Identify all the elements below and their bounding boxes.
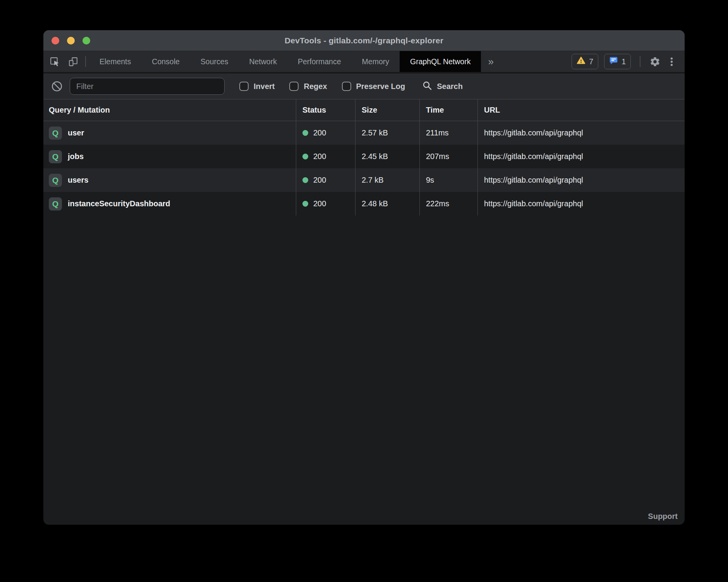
preserve-log-checkbox-group[interactable]: Preserve Log <box>342 82 405 91</box>
query-cell: Q users <box>43 168 296 192</box>
column-header-query[interactable]: Query / Mutation <box>43 99 296 121</box>
invert-checkbox-group[interactable]: Invert <box>239 82 275 91</box>
device-toolbar-icon[interactable] <box>68 56 78 67</box>
query-name: users <box>68 176 88 185</box>
search-icon <box>422 80 432 92</box>
status-ok-dot <box>302 177 308 183</box>
query-type-badge: Q <box>49 174 62 187</box>
status-code: 200 <box>313 152 326 161</box>
tab-console[interactable]: Console <box>141 51 190 72</box>
toolbar-separator <box>85 56 86 67</box>
query-cell: Q user <box>43 121 296 145</box>
status-code: 200 <box>313 199 326 208</box>
message-bubble-icon <box>609 56 618 67</box>
status-code: 200 <box>313 128 326 137</box>
column-header-status[interactable]: Status <box>296 99 355 121</box>
status-cell: 200 <box>296 192 355 216</box>
size-cell: 2.45 kB <box>355 145 419 168</box>
settings-gear-icon[interactable] <box>649 56 661 67</box>
more-tabs-chevron[interactable]: » <box>481 51 500 72</box>
regex-checkbox[interactable] <box>289 82 299 91</box>
time-cell: 9s <box>419 168 477 192</box>
search-button[interactable]: Search <box>422 80 463 92</box>
regex-checkbox-group[interactable]: Regex <box>289 82 327 91</box>
status-ok-dot <box>302 201 308 207</box>
minimize-window-button[interactable] <box>67 37 75 45</box>
size-cell: 2.57 kB <box>355 121 419 145</box>
column-header-url[interactable]: URL <box>477 99 685 121</box>
table-row[interactable]: Q users 200 2.7 kB 9s https://gitlab.com… <box>43 168 685 192</box>
warning-icon <box>577 56 585 67</box>
close-window-button[interactable] <box>52 37 59 45</box>
query-name: user <box>68 128 84 137</box>
table-row[interactable]: Q instanceSecurityDashboard 200 2.48 kB … <box>43 192 685 216</box>
devtools-tab-bar: Elements Console Sources Network Perform… <box>43 51 685 72</box>
time-cell: 222ms <box>419 192 477 216</box>
tab-memory[interactable]: Memory <box>352 51 400 72</box>
traffic-lights <box>52 37 90 45</box>
tab-graphql-network[interactable]: GraphQL Network <box>400 51 481 72</box>
filter-input[interactable] <box>70 78 225 95</box>
status-cell: 200 <box>296 145 355 168</box>
kebab-menu-icon[interactable] <box>666 56 677 67</box>
url-cell: https://gitlab.com/api/graphql <box>477 168 685 192</box>
table-row[interactable]: Q jobs 200 2.45 kB 207ms https://gitlab.… <box>43 145 685 168</box>
query-cell: Q jobs <box>43 145 296 168</box>
query-name: jobs <box>68 152 84 161</box>
time-cell: 211ms <box>419 121 477 145</box>
preserve-log-label: Preserve Log <box>356 82 405 91</box>
url-cell: https://gitlab.com/api/graphql <box>477 121 685 145</box>
toolbar-separator <box>640 56 640 67</box>
devtools-window: DevTools - gitlab.com/-/graphql-explorer… <box>43 30 685 525</box>
issues-badge[interactable]: 1 <box>604 54 631 69</box>
support-link[interactable]: Support <box>648 512 678 521</box>
status-code: 200 <box>313 176 326 185</box>
size-cell: 2.48 kB <box>355 192 419 216</box>
column-header-size[interactable]: Size <box>355 99 419 121</box>
table-row[interactable]: Q user 200 2.57 kB 211ms https://gitlab.… <box>43 121 685 145</box>
filter-bar: Invert Regex Preserve Log Search <box>43 74 685 99</box>
column-header-time[interactable]: Time <box>419 99 477 121</box>
invert-checkbox[interactable] <box>239 82 249 91</box>
query-type-badge: Q <box>49 150 62 163</box>
window-title: DevTools - gitlab.com/-/graphql-explorer <box>285 36 443 45</box>
issues-count: 1 <box>622 57 626 66</box>
tab-sources[interactable]: Sources <box>190 51 239 72</box>
size-cell: 2.7 kB <box>355 168 419 192</box>
status-ok-dot <box>302 130 308 136</box>
tab-performance[interactable]: Performance <box>287 51 352 72</box>
table-header: Query / Mutation Status Size Time URL <box>43 99 685 121</box>
url-cell: https://gitlab.com/api/graphql <box>477 192 685 216</box>
preserve-log-checkbox[interactable] <box>342 82 351 91</box>
inspect-element-icon[interactable] <box>50 56 60 67</box>
invert-label: Invert <box>254 82 275 91</box>
query-type-badge: Q <box>49 197 62 211</box>
tab-elements[interactable]: Elements <box>89 51 141 72</box>
search-label: Search <box>437 82 463 91</box>
status-ok-dot <box>302 154 308 159</box>
query-type-badge: Q <box>49 127 62 140</box>
clear-block-icon[interactable] <box>51 80 63 92</box>
warnings-badge[interactable]: 7 <box>572 54 598 69</box>
titlebar: DevTools - gitlab.com/-/graphql-explorer <box>43 30 685 51</box>
tab-network[interactable]: Network <box>239 51 287 72</box>
maximize-window-button[interactable] <box>82 37 90 45</box>
url-cell: https://gitlab.com/api/graphql <box>477 145 685 168</box>
warnings-count: 7 <box>589 57 593 66</box>
query-cell: Q instanceSecurityDashboard <box>43 192 296 216</box>
status-cell: 200 <box>296 168 355 192</box>
time-cell: 207ms <box>419 145 477 168</box>
regex-label: Regex <box>304 82 327 91</box>
query-name: instanceSecurityDashboard <box>68 199 170 208</box>
status-cell: 200 <box>296 121 355 145</box>
